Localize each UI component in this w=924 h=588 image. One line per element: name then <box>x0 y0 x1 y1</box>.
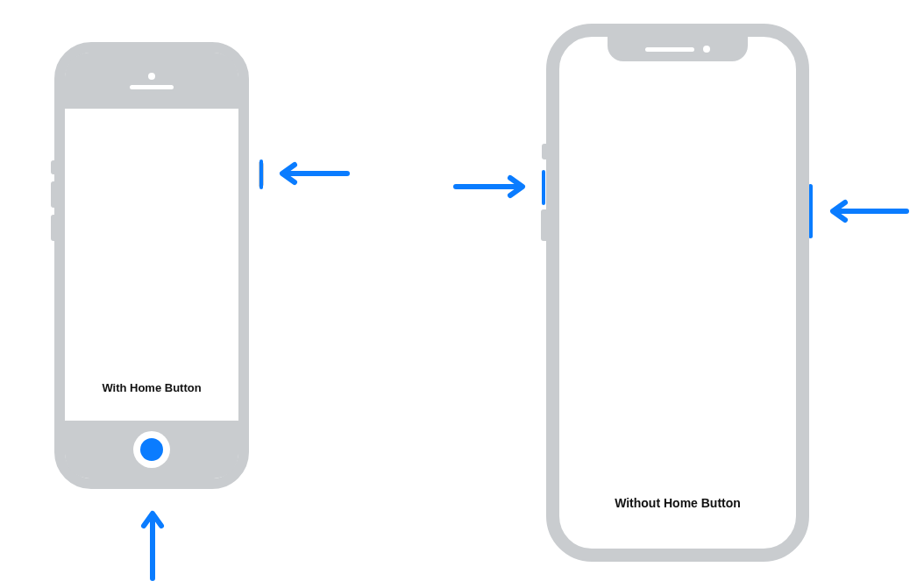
diagram: With Home Button Without Home Button <box>0 0 924 588</box>
phone-label: With Home Button <box>65 381 238 394</box>
bottom-bezel <box>65 421 238 478</box>
arrow-to-home-button-icon <box>140 503 165 582</box>
iphone-without-home-button: Without Home Button <box>546 24 809 562</box>
arrow-to-side-button-icon <box>822 199 910 223</box>
side-button-highlight <box>259 159 263 189</box>
arrow-to-volume-button-icon <box>447 174 535 199</box>
home-button-ring <box>133 431 170 468</box>
home-button-highlight <box>140 438 163 461</box>
top-bezel <box>65 53 238 109</box>
notch <box>608 37 748 61</box>
arrow-to-side-button-icon <box>272 161 351 186</box>
phone-label: Without Home Button <box>559 496 796 510</box>
front-camera-icon <box>148 73 155 80</box>
iphone-with-home-button: With Home Button <box>54 42 249 489</box>
speaker-icon <box>645 47 694 52</box>
front-camera-icon <box>703 46 710 53</box>
speaker-icon <box>130 85 174 89</box>
volume-up-highlight <box>542 170 545 205</box>
